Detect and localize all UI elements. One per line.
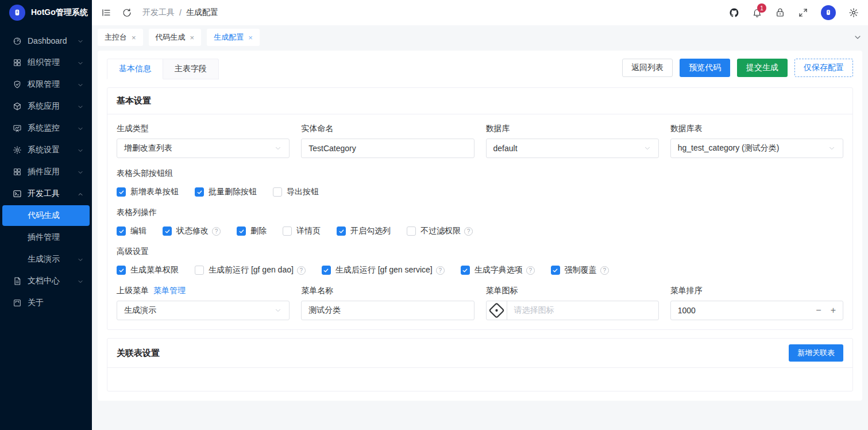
checkbox-run-after-gen[interactable]: 生成后运行 [gf gen service] ?: [322, 265, 445, 275]
checkbox-batch-delete-button[interactable]: 批量删除按钮: [195, 187, 257, 197]
stepper-minus-button[interactable]: −: [816, 305, 821, 316]
chevron-down-icon: [77, 37, 84, 44]
entity-name-input[interactable]: [308, 144, 466, 153]
notification-bell-icon[interactable]: 1: [752, 7, 762, 18]
menu-name-input[interactable]: [308, 306, 466, 315]
user-avatar[interactable]: [821, 5, 836, 20]
help-icon[interactable]: ?: [526, 266, 535, 275]
checkbox-gen-dict-options[interactable]: 生成字典选项 ?: [461, 265, 535, 275]
gen-type-select[interactable]: 增删改查列表: [117, 139, 290, 158]
save-config-button[interactable]: 仅保存配置: [794, 59, 853, 77]
field-database: 数据库 default: [486, 124, 659, 158]
checkbox-delete[interactable]: 删除: [237, 226, 267, 236]
settings-gear-icon[interactable]: [848, 7, 859, 18]
sidebar-item-plugin-manage[interactable]: 插件管理: [0, 226, 92, 248]
sidebar-item-sysapp[interactable]: 系统应用: [0, 95, 92, 117]
database-select[interactable]: default: [486, 139, 659, 158]
checkbox-run-before-gen[interactable]: 生成前运行 [gf gen dao] ?: [195, 265, 306, 275]
terminal-icon: [13, 189, 22, 198]
sidebar-item-gen-demo[interactable]: 生成演示: [0, 248, 92, 270]
lock-icon[interactable]: [775, 7, 785, 18]
chevron-down-icon: [77, 256, 84, 263]
checkbox-detail-page[interactable]: 详情页: [283, 226, 321, 236]
section-title: 关联表设置: [117, 348, 160, 359]
basic-settings-section: 基本设置 生成类型 增删改查列表 实体命名: [107, 87, 853, 330]
help-icon[interactable]: ?: [436, 266, 445, 275]
menu-manage-link[interactable]: 菜单管理: [153, 286, 186, 296]
sidebar-item-org[interactable]: 组织管理: [0, 52, 92, 74]
chevron-down-icon[interactable]: [853, 33, 862, 42]
breadcrumb-parent[interactable]: 开发工具: [142, 7, 175, 18]
sidebar-item-permission[interactable]: 权限管理: [0, 74, 92, 95]
sidebar-item-plugins[interactable]: 插件应用: [0, 161, 92, 183]
help-icon[interactable]: ?: [600, 266, 609, 275]
section-title: 基本设置: [117, 95, 151, 106]
sidebar-item-about[interactable]: 关于: [0, 292, 92, 314]
sidebar-item-codegen[interactable]: 代码生成: [2, 205, 90, 226]
checkbox-icon: [273, 187, 282, 197]
back-list-button[interactable]: 返回列表: [622, 59, 673, 77]
content-area: 基本信息 主表字段 返回列表 预览代码 提交生成 仅保存配置 基本设置: [92, 49, 868, 430]
submit-generate-button[interactable]: 提交生成: [737, 59, 788, 77]
close-icon[interactable]: ×: [190, 33, 195, 42]
main-area: 开发工具 / 生成配置 1 主控台 × 代码生成 ×: [92, 0, 868, 430]
org-grid-icon: [13, 58, 22, 67]
chevron-down-icon: [77, 125, 84, 132]
chevron-down-icon: [77, 168, 84, 175]
checkbox-edit[interactable]: 编辑: [117, 226, 146, 236]
stepper-plus-button[interactable]: +: [831, 305, 836, 316]
checkbox-icon: [117, 226, 126, 236]
header-actions: 1: [729, 5, 859, 20]
chevron-up-icon: [77, 190, 84, 197]
sidebar-item-docs[interactable]: 文档中心: [0, 270, 92, 292]
frame-icon: [13, 298, 22, 308]
db-table-select[interactable]: hg_test_category (测试分类): [670, 139, 843, 158]
logo-icon: [9, 5, 25, 21]
tab-console[interactable]: 主控台 ×: [98, 29, 143, 46]
monitor-icon: [13, 124, 22, 133]
checkbox-status-modify[interactable]: 状态修改 ?: [163, 226, 221, 236]
help-icon[interactable]: ?: [464, 227, 473, 236]
collapse-menu-icon[interactable]: [101, 7, 111, 18]
icon-picker-icon[interactable]: [487, 301, 507, 320]
checkbox-force-overwrite[interactable]: 强制覆盖 ?: [551, 265, 609, 275]
group-label-column-ops: 表格列操作: [117, 208, 843, 218]
chevron-down-icon: [274, 306, 282, 314]
add-relation-table-button[interactable]: 新增关联表: [789, 344, 843, 362]
advanced-checkboxes: 生成菜单权限 生成前运行 [gf gen dao] ? 生成后运行 [gf ge…: [117, 265, 843, 275]
group-label-header-buttons: 表格头部按钮组: [117, 168, 843, 179]
config-tabs: 基本信息 主表字段: [107, 59, 219, 79]
tab-main-fields[interactable]: 主表字段: [163, 59, 219, 79]
checkbox-add-form-button[interactable]: 新增表单按钮: [117, 187, 179, 197]
github-icon[interactable]: [729, 7, 739, 18]
checkbox-icon: [322, 266, 331, 275]
help-icon[interactable]: ?: [297, 266, 306, 275]
checkbox-icon: [283, 226, 292, 236]
preview-code-button[interactable]: 预览代码: [680, 59, 730, 77]
checkbox-no-permission-filter[interactable]: 不过滤权限 ?: [407, 226, 473, 236]
sidebar-item-monitor[interactable]: 系统监控: [0, 117, 92, 139]
sidebar-item-devtools[interactable]: 开发工具: [0, 183, 92, 205]
tab-basic-info[interactable]: 基本信息: [107, 59, 163, 79]
config-card: 基本信息 主表字段 返回列表 预览代码 提交生成 仅保存配置 基本设置: [98, 51, 862, 401]
fullscreen-icon[interactable]: [798, 7, 808, 18]
tab-codegen[interactable]: 代码生成 ×: [149, 29, 202, 46]
field-gen-type: 生成类型 增删改查列表: [117, 124, 290, 158]
parent-menu-select[interactable]: 生成演示: [117, 301, 290, 320]
help-icon[interactable]: ?: [212, 227, 221, 236]
checkbox-icon: [237, 226, 246, 236]
checkbox-gen-menu-permission[interactable]: 生成菜单权限: [117, 265, 179, 275]
sidebar-item-dashboard[interactable]: Dashboard: [0, 30, 92, 52]
close-icon[interactable]: ×: [248, 33, 253, 42]
tab-gen-config[interactable]: 生成配置 ×: [207, 29, 260, 46]
gear-icon: [13, 145, 22, 155]
entity-name-input-wrap: [301, 139, 474, 158]
menu-icon-picker[interactable]: 请选择图标: [486, 301, 659, 320]
close-icon[interactable]: ×: [132, 33, 136, 42]
checkbox-export-button[interactable]: 导出按钮: [273, 187, 319, 197]
app-logo[interactable]: HotGo管理系统: [0, 0, 92, 25]
refresh-icon[interactable]: [122, 7, 132, 18]
checkbox-enable-selection[interactable]: 开启勾选列: [337, 226, 391, 236]
menu-sort-input[interactable]: [678, 306, 724, 315]
sidebar-item-settings[interactable]: 系统设置: [0, 139, 92, 161]
